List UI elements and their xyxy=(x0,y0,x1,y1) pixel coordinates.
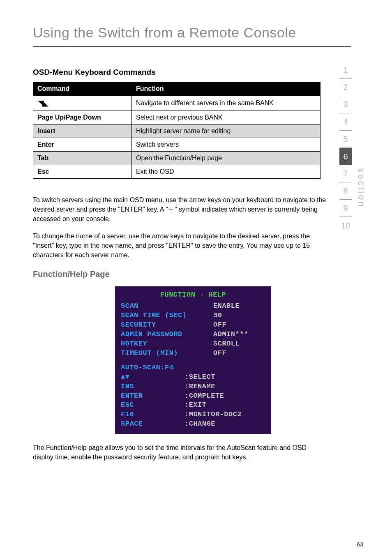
osd-label: ADMIN PASSWORD xyxy=(121,330,213,339)
osd-key: ▲▼ xyxy=(121,373,184,382)
cell-command: Esc xyxy=(33,165,132,179)
page-title: Using the Switch from a Remote Console xyxy=(33,25,351,47)
nav-item-active[interactable]: 6 xyxy=(339,148,352,165)
table-row: ◥◣ Navigate to different servers in the … xyxy=(33,96,321,111)
osd-label: SECURITY xyxy=(121,320,213,330)
osd-value: SCROLL xyxy=(213,339,240,349)
osd-action: :SELECT xyxy=(184,373,215,382)
nav-item[interactable]: 7 xyxy=(339,165,352,182)
paragraph: To switch servers using the main OSD men… xyxy=(33,195,329,224)
osd-label: HOTKEY xyxy=(121,339,213,349)
paragraph: The Function/Help page allows you to set… xyxy=(33,443,329,462)
osd-value: OFF xyxy=(213,320,226,330)
osd-value: ADMIN*** xyxy=(213,330,249,339)
cell-function: Open the Function/Help page xyxy=(132,152,321,165)
nav-item[interactable]: 8 xyxy=(339,182,352,200)
osd-key: SPACE xyxy=(121,419,184,429)
osd-key: INS xyxy=(121,382,184,392)
osd-value: OFF xyxy=(213,349,226,358)
nav-item[interactable]: 1 xyxy=(339,62,352,79)
osd-action: :MONITOR-DDC2 xyxy=(184,410,242,419)
command-table: Command Function ◥◣ Navigate to differen… xyxy=(33,82,321,179)
osd-key: ESC xyxy=(121,401,184,410)
paragraph: To change the name of a server, use the … xyxy=(33,231,329,260)
osd-value: ENABLE xyxy=(213,302,240,311)
nav-item[interactable]: 2 xyxy=(339,79,352,96)
cell-function: Exit the OSD xyxy=(132,165,321,179)
table-row: Enter Switch servers xyxy=(33,138,321,152)
nav-item[interactable]: 5 xyxy=(339,131,352,148)
osd-panel: FUNCTION - HELP SCANENABLE SCAN TIME (SE… xyxy=(115,286,271,434)
osd-key: ENTER xyxy=(121,392,184,401)
page-number: 63 xyxy=(357,541,363,548)
cell-function: Navigate to different servers in the sam… xyxy=(132,96,321,111)
cell-function: Switch servers xyxy=(132,138,321,152)
cell-command: Tab xyxy=(33,152,132,165)
cell-command: Page Up/Page Down xyxy=(33,111,132,124)
th-function: Function xyxy=(132,82,321,96)
cell-command: Insert xyxy=(33,124,132,138)
table-row: Insert Highlight server name for editing xyxy=(33,124,321,138)
cell-function: Select next or previous BANK xyxy=(132,111,321,124)
section-label: section xyxy=(356,168,367,208)
osd-label: SCAN xyxy=(121,302,213,311)
osd-title: FUNCTION - HELP xyxy=(121,290,265,300)
nav-item[interactable]: 4 xyxy=(339,113,352,131)
th-command: Command xyxy=(33,82,132,96)
cell-function: Highlight server name for editing xyxy=(132,124,321,138)
nav-item[interactable]: 3 xyxy=(339,96,352,113)
subheading: Function/Help Page xyxy=(33,270,351,279)
osd-value: 30 xyxy=(213,311,222,320)
osd-label: SCAN TIME (SEC) xyxy=(121,311,213,320)
osd-autoscan: AUTO-SCAN:F4 xyxy=(121,363,213,373)
arrow-updown-icon: ◥◣ xyxy=(38,99,46,107)
nav-item[interactable]: 10 xyxy=(339,217,352,234)
nav-item[interactable]: 9 xyxy=(339,200,352,217)
osd-label: TIMEOUT (MIN) xyxy=(121,349,213,358)
section-heading: OSD-Menu Keyboard Commands xyxy=(33,68,351,77)
table-row: Esc Exit the OSD xyxy=(33,165,321,179)
osd-action: :RENAME xyxy=(184,382,215,392)
osd-action: :CHANGE xyxy=(184,419,215,429)
side-nav: 1 2 3 4 5 6 7 8 9 10 section xyxy=(339,62,367,234)
cell-command: Enter xyxy=(33,138,132,152)
table-row: Tab Open the Function/Help page xyxy=(33,152,321,165)
table-row: Page Up/Page Down Select next or previou… xyxy=(33,111,321,124)
osd-action: :COMPLETE xyxy=(184,392,224,401)
osd-action: :EXIT xyxy=(184,401,207,410)
osd-key: F10 xyxy=(121,410,184,419)
